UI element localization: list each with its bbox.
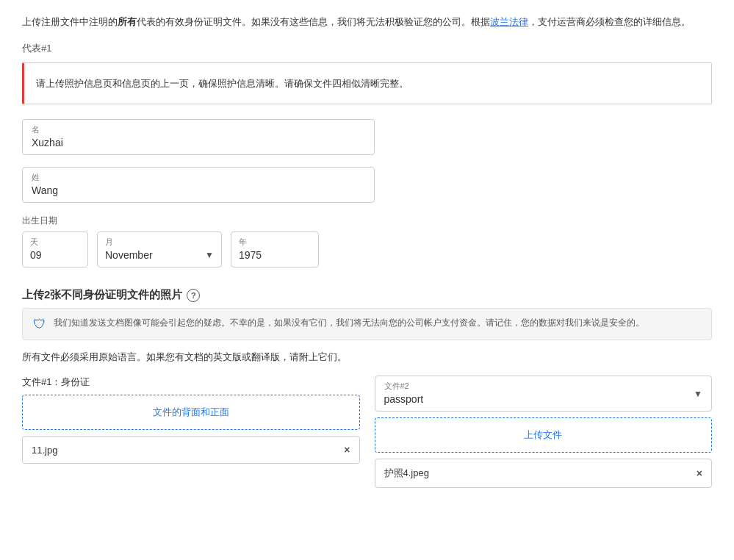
dob-month-wrapper: 月 January February March April May June … [97, 231, 222, 268]
file1-type-label: 文件#1：身份证 [22, 376, 360, 389]
last-name-group: 姓 [22, 167, 712, 203]
file1-column: 文件#1：身份证 文件的背面和正面 11.jpg × [22, 376, 360, 488]
file1-uploaded: 11.jpg × [22, 436, 360, 464]
dob-day-label: 天 [30, 237, 80, 248]
file2-select-wrapper: 文件#2 passport national id driver license… [375, 376, 713, 412]
upload-hint-text: 请上传照护信息页和信息页的上一页，确保照护信息清晰。请确保文件四相似清晰完整。 [36, 76, 699, 91]
file2-remove-icon[interactable]: × [697, 467, 702, 479]
first-name-input[interactable] [32, 137, 365, 148]
dob-year-input[interactable] [239, 249, 311, 261]
file1-upload-button[interactable]: 文件的背面和正面 [22, 395, 360, 430]
file2-field-label: 文件#2 [375, 376, 712, 392]
first-name-wrapper: 名 [22, 119, 375, 155]
upload-hint-box: 请上传照护信息页和信息页的上一页，确保照护信息清晰。请确保文件四相似清晰完整。 [22, 62, 712, 105]
month-chevron-icon: ▼ [205, 250, 214, 260]
security-note-text: 我们知道发送文档图像可能会引起您的疑虑。不幸的是，如果没有它们，我们将无法向您的… [54, 316, 644, 329]
help-icon[interactable]: ? [187, 289, 200, 302]
docs-row: 文件#1：身份证 文件的背面和正面 11.jpg × 文件#2 passport… [22, 376, 712, 488]
shield-icon: 🛡 [33, 317, 46, 332]
original-lang-note: 所有文件必须采用原始语言。如果您有文档的英文版或翻译版，请附上它们。 [22, 351, 712, 364]
dob-day-wrapper: 天 [22, 231, 88, 268]
file2-column: 文件#2 passport national id driver license… [375, 376, 713, 488]
file2-filename: 护照4.jpeg [384, 467, 429, 480]
last-name-input[interactable] [32, 184, 365, 196]
dob-label: 出生日期 [22, 215, 712, 227]
dob-year-label: 年 [239, 237, 311, 248]
dob-year-wrapper: 年 [231, 231, 319, 268]
dob-day-input[interactable] [30, 249, 80, 261]
first-name-group: 名 [22, 119, 712, 155]
dob-section: 出生日期 天 月 January February March April Ma… [22, 215, 712, 268]
representative-label: 代表#1 [22, 42, 712, 55]
last-name-wrapper: 姓 [22, 167, 375, 203]
file1-filename: 11.jpg [32, 445, 57, 456]
dob-fields: 天 月 January February March April May Jun… [22, 231, 712, 268]
first-name-label: 名 [32, 124, 365, 135]
dob-month-label: 月 [105, 237, 214, 248]
security-note: 🛡 我们知道发送文档图像可能会引起您的疑虑。不幸的是，如果没有它们，我们将无法向… [22, 308, 712, 340]
file1-remove-icon[interactable]: × [344, 444, 350, 456]
file2-upload-button[interactable]: 上传文件 [375, 417, 713, 453]
file2-uploaded: 护照4.jpeg × [375, 459, 713, 488]
photo-section-title: 上传2张不同身份证明文件的照片 ? [22, 288, 712, 302]
polish-law-link[interactable]: 波兰法律 [490, 16, 528, 27]
last-name-label: 姓 [32, 172, 365, 183]
file2-type-select[interactable]: passport national id driver license resi… [375, 392, 712, 411]
dob-month-select[interactable]: January February March April May June Ju… [105, 249, 202, 261]
intro-text: 上传注册文件中注明的所有代表的有效身份证明文件。如果没有这些信息，我们将无法积极… [22, 15, 712, 30]
